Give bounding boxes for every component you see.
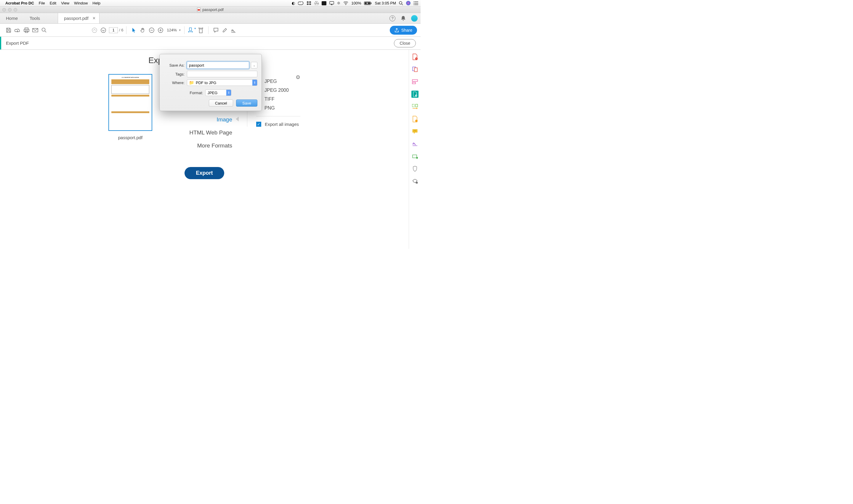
fit-page-icon[interactable] — [196, 27, 205, 33]
creative-cloud-icon[interactable] — [298, 1, 304, 5]
thumbnail-name: passport.pdf — [118, 135, 143, 140]
svg-point-45 — [416, 157, 418, 159]
gear-icon[interactable]: ⚙ — [296, 74, 300, 80]
hand-tool-icon[interactable] — [138, 28, 147, 33]
save-icon[interactable] — [4, 28, 13, 33]
svg-point-12 — [413, 4, 414, 5]
spotlight-icon[interactable] — [399, 1, 403, 5]
format-more[interactable]: More Formats — [167, 139, 232, 152]
clock[interactable]: Sat 3:05 PM — [375, 1, 396, 5]
macos-menubar: Acrobat Pro DC File Edit View Window Hel… — [0, 0, 421, 6]
right-tool-rail: + + — [409, 50, 421, 249]
svg-rect-27 — [199, 29, 202, 33]
tab-document[interactable]: passport.pdf ✕ — [58, 13, 100, 23]
save-as-input[interactable] — [187, 61, 249, 69]
print-icon[interactable] — [22, 28, 31, 33]
bell-icon[interactable] — [401, 16, 406, 21]
tab-tools[interactable]: Tools — [24, 13, 46, 23]
menu-window[interactable]: Window — [74, 1, 88, 5]
tool-more-icon[interactable]: + — [411, 178, 419, 185]
siri-icon[interactable] — [406, 1, 410, 5]
radio-jpeg2000[interactable]: JPEG 2000 — [256, 88, 300, 93]
window-minimize[interactable] — [8, 8, 12, 12]
radio-png[interactable]: PNG — [256, 105, 300, 111]
svg-line-18 — [45, 31, 46, 32]
svg-line-6 — [402, 4, 403, 5]
zoom-value[interactable]: 124% — [167, 28, 177, 32]
cancel-button[interactable]: Cancel — [209, 100, 233, 107]
share-button[interactable]: Share — [390, 26, 417, 35]
menu-edit[interactable]: Edit — [50, 1, 56, 5]
tool-create-pdf-icon[interactable]: + — [411, 53, 419, 60]
zoom-dropdown-icon[interactable]: ▼ — [179, 29, 181, 32]
svg-rect-0 — [330, 1, 334, 4]
format-select[interactable]: JPEG ▲▼ — [205, 89, 231, 96]
comment-icon[interactable] — [212, 28, 220, 33]
window-close[interactable] — [2, 8, 6, 12]
tool-note-icon[interactable] — [411, 128, 419, 135]
gdrive-icon[interactable] — [314, 1, 319, 5]
svg-point-10 — [413, 1, 414, 2]
document-thumbnail[interactable]: U.S. PASSPORT APPLICATION — [108, 74, 152, 131]
cloud-icon[interactable] — [13, 28, 22, 33]
format-html[interactable]: HTML Web Page — [167, 126, 232, 139]
page-total: / 6 — [119, 28, 123, 32]
svg-rect-26 — [189, 28, 191, 31]
svg-rect-13 — [25, 28, 28, 29]
export-button[interactable]: Export — [184, 167, 224, 179]
radio-tiff[interactable]: TIFF — [256, 96, 300, 102]
status-dot-icon[interactable]: ◐ — [292, 1, 295, 5]
battery-icon[interactable] — [364, 1, 372, 5]
menu-view[interactable]: View — [61, 1, 69, 5]
tags-input[interactable] — [187, 71, 257, 77]
where-select[interactable]: 📁 PDF to JPG ▲▼ — [187, 79, 257, 86]
format-image[interactable]: Image — [167, 113, 232, 126]
wifi-icon[interactable] — [343, 1, 348, 5]
window-zoom[interactable] — [14, 8, 17, 12]
close-button[interactable]: Close — [394, 39, 416, 48]
page-up-icon[interactable] — [90, 28, 99, 33]
page-down-icon[interactable] — [99, 28, 108, 33]
avatar[interactable] — [411, 15, 417, 22]
select-tool-icon[interactable] — [129, 28, 138, 33]
quick-icon[interactable]: ✽ — [337, 1, 340, 5]
tool-fill-sign-icon[interactable] — [411, 140, 419, 147]
mail-icon[interactable] — [31, 28, 40, 32]
tab-home[interactable]: Home — [0, 13, 24, 23]
app-name[interactable]: Acrobat Pro DC — [5, 1, 34, 5]
menu-help[interactable]: Help — [92, 1, 101, 5]
svg-rect-39 — [415, 104, 417, 107]
airplay-icon[interactable] — [330, 1, 334, 5]
expand-dialog-icon[interactable]: ⌄ — [251, 62, 257, 68]
svg-rect-44 — [413, 155, 417, 158]
svg-rect-36 — [412, 82, 415, 84]
search-icon[interactable] — [40, 28, 49, 33]
format-label: Format: — [190, 91, 203, 95]
tab-close-icon[interactable]: ✕ — [92, 16, 96, 20]
radio-jpeg[interactable]: JPEG — [256, 79, 300, 84]
save-button[interactable]: Save — [236, 100, 257, 107]
zoom-in-icon[interactable] — [156, 28, 165, 33]
export-all-checkbox[interactable]: ✓Export all images — [256, 122, 300, 127]
page-number-input[interactable] — [109, 27, 118, 33]
help-icon[interactable]: ? — [390, 15, 395, 21]
dropbox-icon[interactable] — [306, 1, 311, 5]
svg-point-40 — [415, 120, 417, 122]
tool-comments-icon[interactable] — [411, 115, 419, 123]
export-pdf-bar: Export PDF Close — [0, 37, 421, 50]
menu-app-icon[interactable] — [322, 1, 326, 5]
menu-list-icon[interactable] — [413, 1, 418, 5]
fit-width-icon[interactable]: ▼ — [188, 27, 196, 33]
menu-file[interactable]: File — [39, 1, 45, 5]
tool-export-pdf-icon[interactable] — [411, 91, 419, 98]
tool-combine-icon[interactable] — [411, 66, 419, 73]
sign-icon[interactable] — [229, 28, 238, 33]
highlight-icon[interactable] — [220, 28, 229, 33]
tool-scan-icon[interactable] — [411, 153, 419, 160]
zoom-out-icon[interactable] — [147, 28, 156, 33]
tool-organize-icon[interactable] — [411, 103, 419, 110]
window-title: passport.pdf — [202, 7, 224, 12]
tool-edit-pdf-icon[interactable] — [411, 78, 419, 85]
svg-text:+: + — [416, 182, 417, 184]
tool-protect-icon[interactable] — [411, 165, 419, 172]
